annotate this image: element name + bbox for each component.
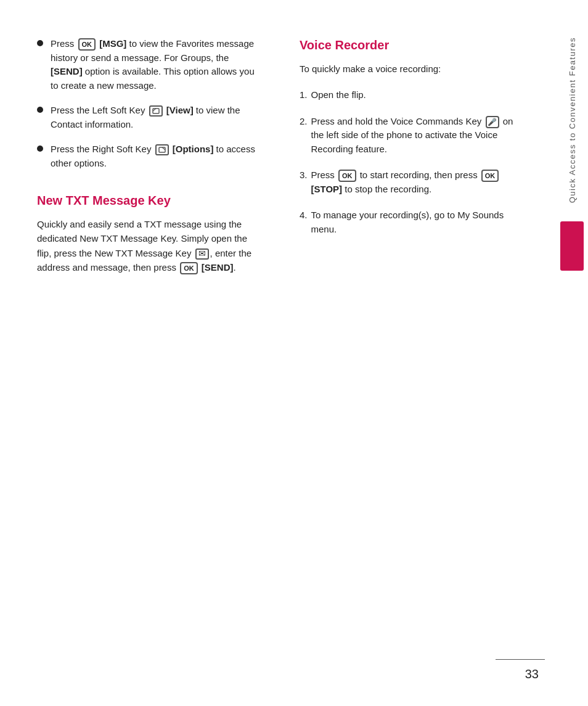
left-softkey-icon bbox=[149, 105, 163, 117]
ok-icon-step3: OK bbox=[338, 170, 356, 182]
bullet-text-view: Press the Left Soft Key [View] to view t… bbox=[51, 104, 263, 131]
list-item: Press OK [MSG] to view the Favorites mes… bbox=[37, 37, 263, 92]
send-label-2: [SEND] bbox=[202, 262, 234, 273]
right-softkey-icon bbox=[155, 144, 169, 155]
list-item: Press the Right Soft Key [Options] to ac… bbox=[37, 142, 263, 170]
voice-recorder-heading: Voice Recorder bbox=[300, 37, 525, 53]
ok-button-icon: OK bbox=[78, 38, 96, 51]
msg-label: [MSG] bbox=[99, 38, 126, 49]
sidebar-label: Quick Access to Convenient Features bbox=[568, 37, 577, 203]
new-txt-body: Quickly and easily send a TXT message us… bbox=[37, 217, 263, 274]
bullet-list: Press OK [MSG] to view the Favorites mes… bbox=[37, 37, 263, 170]
send-label: [SEND] bbox=[51, 66, 83, 76]
step-text-2: Press and hold the Voice Commands Key 🎤 … bbox=[311, 115, 525, 157]
view-label: [View] bbox=[166, 105, 194, 115]
new-txt-heading: New TXT Message Key bbox=[37, 192, 263, 208]
list-item: 1. Open the flip. bbox=[300, 88, 525, 102]
sidebar: Quick Access to Convenient Features bbox=[556, 0, 588, 706]
voice-recorder-intro: To quickly make a voice recording: bbox=[300, 62, 525, 76]
bottom-divider bbox=[496, 659, 545, 660]
numbered-list: 1. Open the flip. 2. Press and hold the … bbox=[300, 88, 525, 236]
ok-icon-step3b: OK bbox=[481, 170, 499, 182]
options-label: [Options] bbox=[173, 144, 214, 154]
list-item: 3. Press OK to start recording, then pre… bbox=[300, 168, 525, 196]
step-text-4: To manage your recording(s), go to My So… bbox=[311, 208, 525, 236]
envelope-icon: ✉ bbox=[195, 248, 209, 260]
step-num-2: 2. bbox=[300, 115, 308, 129]
stop-label: [STOP] bbox=[311, 184, 343, 194]
page-container: Press OK [MSG] to view the Favorites mes… bbox=[0, 0, 588, 706]
list-item: Press the Left Soft Key [View] to view t… bbox=[37, 104, 263, 131]
step-text-1: Open the flip. bbox=[311, 88, 525, 102]
sidebar-accent-bar bbox=[560, 221, 584, 271]
bullet-text-msg: Press OK [MSG] to view the Favorites mes… bbox=[51, 37, 263, 92]
bullet-dot bbox=[37, 146, 43, 152]
step-text-3: Press OK to start recording, then press … bbox=[311, 168, 525, 196]
step-num-3: 3. bbox=[300, 168, 308, 183]
step-num-4: 4. bbox=[300, 208, 308, 223]
step-num-1: 1. bbox=[300, 88, 308, 102]
svg-rect-2 bbox=[159, 147, 165, 152]
left-column: Press OK [MSG] to view the Favorites mes… bbox=[37, 37, 275, 669]
bullet-dot bbox=[37, 40, 43, 46]
list-item: 4. To manage your recording(s), go to My… bbox=[300, 208, 525, 236]
ok-button-send: OK bbox=[180, 262, 198, 274]
svg-rect-0 bbox=[153, 109, 159, 113]
main-content: Press OK [MSG] to view the Favorites mes… bbox=[0, 0, 556, 706]
two-column-layout: Press OK [MSG] to view the Favorites mes… bbox=[37, 37, 525, 669]
list-item: 2. Press and hold the Voice Commands Key… bbox=[300, 115, 525, 157]
voice-commands-icon: 🎤 bbox=[486, 116, 499, 128]
bullet-dot bbox=[37, 107, 43, 113]
bullet-text-options: Press the Right Soft Key [Options] to ac… bbox=[51, 142, 263, 170]
right-column: Voice Recorder To quickly make a voice r… bbox=[300, 37, 525, 669]
page-number: 33 bbox=[525, 667, 539, 681]
